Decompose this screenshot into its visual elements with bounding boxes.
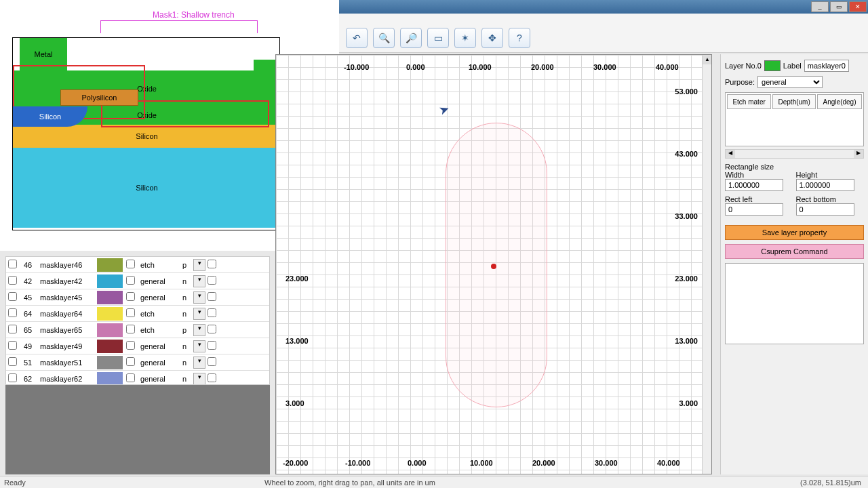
- row-np: p: [177, 261, 192, 269]
- titlebar: _ ▭ ✕: [339, 0, 868, 14]
- label-label: Label: [783, 62, 802, 70]
- row-color-swatch[interactable]: [97, 323, 123, 337]
- mask-shape-stadium[interactable]: [446, 123, 547, 407]
- canvas-vscroll[interactable]: ▲: [702, 55, 711, 474]
- row-color-swatch[interactable]: [97, 356, 123, 369]
- command-output[interactable]: [725, 263, 864, 344]
- row-visible-checkbox[interactable]: [8, 276, 17, 285]
- row-extra-checkbox[interactable]: [208, 373, 216, 382]
- row-lock-checkbox[interactable]: [126, 373, 135, 382]
- table-row[interactable]: 49 masklayer49 general n ▾: [6, 338, 269, 354]
- callout-label: Mask1: Shallow trench: [153, 10, 235, 20]
- zoom-out-icon[interactable]: 🔎: [400, 28, 422, 48]
- cross-section: Metal Metal Oxide Polysilicon Oxide Sili…: [12, 37, 280, 230]
- row-lock-checkbox[interactable]: [126, 292, 135, 301]
- height-input[interactable]: [796, 179, 854, 191]
- scroll-left-icon[interactable]: ◀: [726, 150, 735, 158]
- row-visible-checkbox[interactable]: [8, 373, 17, 382]
- row-extra-checkbox[interactable]: [208, 292, 216, 301]
- pan-icon[interactable]: ✥: [481, 28, 503, 48]
- scroll-right-icon[interactable]: ▶: [854, 150, 863, 158]
- table-row[interactable]: 51 masklayer51 general n ▾: [6, 354, 269, 371]
- row-color-swatch[interactable]: [97, 372, 123, 386]
- row-np: n: [177, 310, 192, 318]
- window-maximize-button[interactable]: ▭: [830, 1, 848, 12]
- xtick-top: 40.000: [656, 63, 679, 71]
- layer-poly: Polysilicon: [60, 89, 138, 106]
- row-color-swatch[interactable]: [97, 274, 123, 288]
- zoom-in-icon[interactable]: 🔍: [373, 28, 395, 48]
- row-no: 65: [18, 326, 37, 334]
- ytick-right: 23.000: [675, 274, 698, 283]
- table-row[interactable]: 64 masklayer64 etch n ▾: [6, 306, 269, 322]
- help-icon[interactable]: ?: [509, 28, 530, 48]
- row-extra-checkbox[interactable]: [208, 276, 216, 285]
- row-visible-checkbox[interactable]: [8, 308, 17, 317]
- row-dropdown-icon[interactable]: ▾: [193, 340, 205, 352]
- xtick-top: -10.000: [344, 63, 369, 71]
- row-dropdown-icon[interactable]: ▾: [193, 373, 205, 385]
- fit-icon[interactable]: ✶: [454, 28, 476, 48]
- undo-icon[interactable]: ↶: [346, 28, 368, 48]
- row-type: etch: [136, 310, 177, 318]
- row-color-swatch[interactable]: [97, 258, 123, 272]
- row-color-swatch[interactable]: [97, 340, 123, 353]
- row-lock-checkbox[interactable]: [126, 341, 135, 350]
- ytick-right: 13.000: [675, 337, 698, 345]
- row-dropdown-icon[interactable]: ▾: [193, 357, 205, 369]
- row-type: general: [136, 277, 177, 285]
- table-row[interactable]: 65 masklayer65 etch p ▾: [6, 322, 269, 338]
- row-type: etch: [136, 261, 177, 269]
- rectbot-input[interactable]: [796, 203, 854, 216]
- row-extra-checkbox[interactable]: [208, 341, 216, 350]
- row-lock-checkbox[interactable]: [126, 357, 135, 366]
- width-input[interactable]: [725, 179, 783, 191]
- etch-prop-table[interactable]: Etch mater Depth(um) Angle(deg): [725, 92, 864, 146]
- rectleft-label: Rect left: [725, 195, 752, 203]
- row-color-swatch[interactable]: [97, 291, 123, 304]
- row-dropdown-icon[interactable]: ▾: [193, 324, 205, 336]
- layer-silicon-a: Silicon: [13, 106, 87, 127]
- row-lock-checkbox[interactable]: [126, 308, 135, 317]
- save-layer-button[interactable]: Save layer property: [725, 225, 864, 240]
- row-extra-checkbox[interactable]: [208, 325, 216, 333]
- prop-table-hscroll[interactable]: ◀ ▶: [725, 149, 864, 159]
- label-input[interactable]: [804, 60, 849, 72]
- table-row[interactable]: 62 masklayer62 general n ▾: [6, 371, 269, 385]
- row-visible-checkbox[interactable]: [8, 292, 17, 301]
- layout-canvas[interactable]: -10.0000.00010.00020.00030.00040.000 -20…: [275, 54, 712, 474]
- scroll-up-icon[interactable]: ▲: [703, 55, 712, 64]
- callout-arrow: [100, 20, 258, 34]
- window-close-button[interactable]: ✕: [849, 1, 867, 12]
- row-no: 46: [18, 261, 37, 269]
- purpose-select[interactable]: general: [757, 76, 823, 88]
- row-dropdown-icon[interactable]: ▾: [193, 291, 205, 304]
- row-visible-checkbox[interactable]: [8, 341, 17, 350]
- status-coords: (3.028, 51.815)um: [800, 479, 868, 487]
- row-lock-checkbox[interactable]: [126, 260, 135, 268]
- csuprem-cmd-button[interactable]: Csuprem Command: [725, 244, 864, 259]
- status-ready: Ready: [0, 479, 258, 487]
- row-dropdown-icon[interactable]: ▾: [193, 275, 205, 287]
- row-extra-checkbox[interactable]: [208, 357, 216, 366]
- row-dropdown-icon[interactable]: ▾: [193, 259, 205, 271]
- row-dropdown-icon[interactable]: ▾: [193, 308, 205, 320]
- window-minimize-button[interactable]: _: [811, 1, 829, 12]
- table-row[interactable]: 42 masklayer42 general n ▾: [6, 273, 269, 289]
- row-color-swatch[interactable]: [97, 307, 123, 321]
- row-extra-checkbox[interactable]: [208, 308, 216, 317]
- row-visible-checkbox[interactable]: [8, 325, 17, 333]
- row-visible-checkbox[interactable]: [8, 260, 17, 268]
- row-no: 45: [18, 293, 37, 302]
- zoom-rect-icon[interactable]: ▭: [427, 28, 449, 48]
- table-row[interactable]: 46 masklayer46 etch p ▾: [6, 257, 269, 273]
- row-lock-checkbox[interactable]: [126, 276, 135, 285]
- xtick-top: 0.000: [406, 63, 425, 71]
- layer-color-swatch[interactable]: [764, 60, 781, 71]
- rectleft-input[interactable]: [725, 203, 783, 216]
- row-lock-checkbox[interactable]: [126, 325, 135, 333]
- table-row[interactable]: 45 masklayer45 general n ▾: [6, 289, 269, 306]
- row-extra-checkbox[interactable]: [208, 260, 216, 268]
- row-type: general: [136, 342, 177, 350]
- row-visible-checkbox[interactable]: [8, 357, 17, 366]
